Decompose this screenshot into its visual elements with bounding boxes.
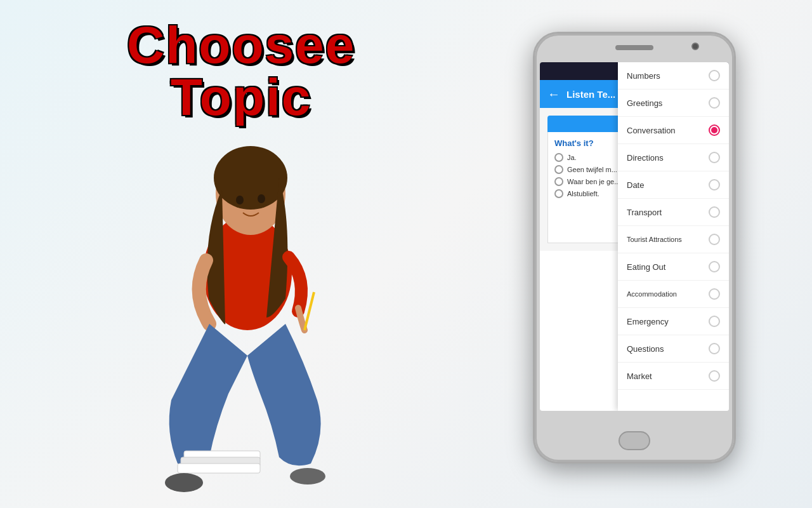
dropdown-item-label: Directions xyxy=(627,153,664,163)
dropdown-item-tourist-attractions[interactable]: Tourist Attractions xyxy=(618,226,729,253)
dropdown-item-label: Accommodation xyxy=(627,290,677,298)
svg-point-9 xyxy=(165,473,203,492)
dropdown-radio-7[interactable] xyxy=(709,261,720,272)
radio-3[interactable] xyxy=(554,177,563,186)
dropdown-radio-3[interactable] xyxy=(709,152,720,163)
dropdown-item-directions[interactable]: Directions xyxy=(618,144,729,171)
dropdown-item-numbers[interactable]: Numbers xyxy=(618,62,729,90)
dropdown-item-label: Market xyxy=(627,371,652,381)
dropdown-radio-5[interactable] xyxy=(709,206,720,218)
app-title: Listen Te... xyxy=(566,89,615,100)
home-button[interactable] xyxy=(619,431,650,450)
dropdown-item-label: Questions xyxy=(627,344,664,354)
dropdown-item-label: Conversation xyxy=(627,126,676,135)
dropdown-item-label: Numbers xyxy=(627,71,660,81)
svg-point-2 xyxy=(214,146,287,210)
svg-point-3 xyxy=(236,196,244,204)
title-line1: Choosee xyxy=(127,19,355,71)
dropdown-radio-8[interactable] xyxy=(709,288,720,300)
dropdown-radio-4[interactable] xyxy=(709,179,720,190)
svg-point-4 xyxy=(258,194,265,203)
option-label-4: Alstublieft. xyxy=(567,190,599,197)
phone-speaker xyxy=(615,45,653,50)
option-label-1: Ja. xyxy=(567,154,577,161)
phone-screen: 100% 🔋 13:26 ← Listen Te... Qu... What's… xyxy=(540,62,729,411)
dropdown-item-date[interactable]: Date xyxy=(618,171,729,199)
dropdown-item-label: Greetings xyxy=(627,98,662,108)
dropdown-item-conversation[interactable]: Conversation xyxy=(618,117,729,144)
dropdown-radio-2[interactable] xyxy=(709,124,720,136)
dropdown-item-greetings[interactable]: Greetings xyxy=(618,90,729,117)
dropdown-radio-11[interactable] xyxy=(709,370,720,382)
dropdown-radio-10[interactable] xyxy=(709,343,720,354)
dropdown-item-label: Date xyxy=(627,180,644,190)
option-label-2: Geen twijfel m... xyxy=(567,166,617,173)
svg-point-10 xyxy=(290,468,325,485)
dropdown-item-transport[interactable]: Transport xyxy=(618,199,729,226)
woman-figure xyxy=(63,76,431,508)
dropdown-radio-9[interactable] xyxy=(709,316,720,327)
phone-camera xyxy=(691,43,699,50)
dropdown-item-market[interactable]: Market xyxy=(618,363,729,390)
option-label-3: Waar ben je ge... xyxy=(567,178,620,185)
radio-2[interactable] xyxy=(554,165,563,174)
dropdown-item-label: Eating Out xyxy=(627,262,665,272)
dropdown-item-eating-out[interactable]: Eating Out xyxy=(618,253,729,281)
dropdown-item-emergency[interactable]: Emergency xyxy=(618,308,729,335)
topic-dropdown[interactable]: NumbersGreetingsConversationDirectionsDa… xyxy=(618,62,729,411)
phone-container: 100% 🔋 13:26 ← Listen Te... Qu... What's… xyxy=(533,32,736,464)
radio-1[interactable] xyxy=(554,153,563,162)
back-button[interactable]: ← xyxy=(547,87,560,102)
dropdown-item-questions[interactable]: Questions xyxy=(618,335,729,363)
dropdown-radio-0[interactable] xyxy=(709,70,720,81)
dropdown-item-label: Tourist Attractions xyxy=(627,236,682,243)
dropdown-radio-6[interactable] xyxy=(709,234,720,245)
phone-body: 100% 🔋 13:26 ← Listen Te... Qu... What's… xyxy=(533,32,736,464)
dropdown-item-accommodation[interactable]: Accommodation xyxy=(618,281,729,308)
svg-rect-8 xyxy=(178,464,260,473)
radio-4[interactable] xyxy=(554,189,563,198)
dropdown-radio-1[interactable] xyxy=(709,97,720,109)
dropdown-item-label: Transport xyxy=(627,208,662,217)
dropdown-item-label: Emergency xyxy=(627,317,669,326)
